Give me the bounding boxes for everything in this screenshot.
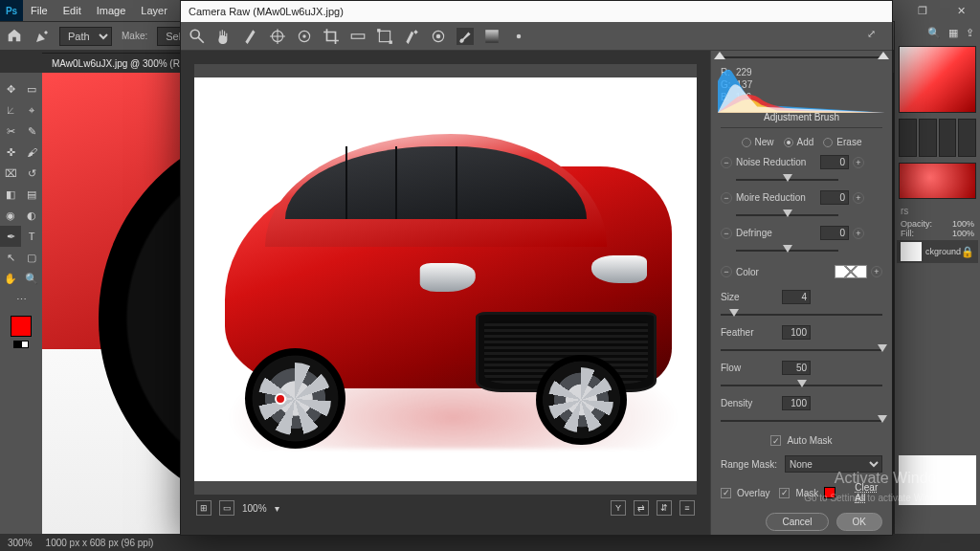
defringe-track[interactable]: [736, 246, 838, 255]
menu-edit[interactable]: Edit: [56, 1, 89, 20]
delete-icon[interactable]: [958, 119, 976, 157]
fullscreen-icon[interactable]: ⤢: [867, 28, 884, 45]
swatches-preview[interactable]: [899, 163, 976, 199]
path-select-icon[interactable]: ↖: [0, 247, 21, 268]
share-icon[interactable]: ⇪: [966, 27, 974, 39]
feather-value[interactable]: 100: [782, 325, 811, 340]
dodge-tool-icon[interactable]: ◐: [21, 205, 42, 226]
compare-y-icon[interactable]: Y: [611, 500, 626, 516]
clone-tool-icon[interactable]: ⌧: [0, 163, 21, 184]
marquee-tool-icon[interactable]: ▭: [21, 78, 42, 99]
status-zoom[interactable]: 300%: [8, 538, 33, 548]
move-tool-icon[interactable]: ✥: [0, 78, 21, 99]
swatches-icon[interactable]: [899, 119, 917, 157]
history-brush-icon[interactable]: ↺: [21, 163, 42, 184]
minus-icon[interactable]: −: [721, 157, 732, 168]
feather-slider[interactable]: Feather 100: [721, 325, 882, 340]
menu-image[interactable]: Image: [89, 1, 134, 20]
path-mode-select[interactable]: Path: [59, 27, 112, 46]
fit-view-icon[interactable]: ⊞: [196, 500, 212, 516]
color-sampler-icon[interactable]: [269, 28, 286, 45]
opacity-value[interactable]: 100%: [952, 219, 974, 229]
edit-toolbar-icon[interactable]: ⋯: [11, 289, 32, 310]
brush-pin-icon[interactable]: [275, 393, 286, 405]
density-value[interactable]: 100: [782, 396, 811, 410]
plus-icon[interactable]: +: [871, 266, 882, 277]
ok-button[interactable]: OK: [836, 513, 882, 531]
mode-erase[interactable]: Erase: [823, 137, 861, 147]
density-track[interactable]: [721, 416, 882, 426]
noise-reduction-track[interactable]: [736, 175, 838, 185]
automask-row[interactable]: ✓ Auto Mask: [721, 431, 882, 450]
overlay-checkbox[interactable]: ✓: [721, 488, 731, 498]
hand-tool-icon[interactable]: ✋: [0, 268, 21, 289]
foreground-color-swatch[interactable]: [11, 316, 32, 337]
menu-layer[interactable]: Layer: [133, 1, 175, 20]
type-tool-icon[interactable]: T: [21, 226, 42, 247]
redeye-icon[interactable]: [430, 28, 447, 45]
minus-icon[interactable]: −: [721, 266, 732, 277]
blur-tool-icon[interactable]: ◉: [0, 205, 21, 226]
minus-icon[interactable]: −: [721, 192, 732, 204]
flow-track[interactable]: [721, 381, 882, 390]
graduated-filter-icon[interactable]: [483, 28, 501, 45]
white-balance-icon[interactable]: [242, 28, 259, 45]
moire-reduction-value[interactable]: 0: [820, 190, 849, 205]
preview-settings-icon[interactable]: ≡: [679, 500, 695, 516]
zoom-tool-icon[interactable]: 🔍: [21, 268, 42, 289]
histogram[interactable]: [717, 56, 886, 58]
pen-tool-icon[interactable]: ✒: [0, 226, 21, 247]
defringe-slider[interactable]: − Defringe 0 +: [721, 226, 882, 240]
mode-add[interactable]: Add: [784, 137, 814, 147]
cancel-button[interactable]: Cancel: [766, 513, 828, 531]
crop-tool-icon[interactable]: ✂: [0, 121, 21, 142]
crop-icon[interactable]: [323, 28, 340, 45]
styles-icon[interactable]: [939, 119, 957, 157]
hand-icon[interactable]: [215, 28, 233, 45]
preview-image[interactable]: [194, 64, 697, 495]
compare-toggle-icon[interactable]: ⇵: [657, 500, 672, 516]
targeted-adjust-icon[interactable]: [296, 28, 313, 45]
zoom-icon[interactable]: [189, 28, 206, 45]
default-colors-icon[interactable]: [13, 341, 21, 348]
adjustment-brush-icon[interactable]: [457, 28, 474, 45]
preview-zoom[interactable]: 100%: [242, 503, 267, 514]
flow-value[interactable]: 50: [782, 361, 811, 375]
window-restore-icon[interactable]: ❐: [903, 0, 942, 21]
moire-reduction-slider[interactable]: − Moire Reduction 0 +: [721, 190, 882, 205]
plus-icon[interactable]: +: [853, 192, 864, 204]
gradient-tool-icon[interactable]: ▤: [21, 184, 42, 205]
adjustments-icon[interactable]: [919, 119, 937, 157]
color-picker[interactable]: [899, 46, 976, 113]
minus-icon[interactable]: −: [721, 228, 732, 239]
menu-file[interactable]: File: [23, 1, 56, 20]
navigator-thumb[interactable]: [899, 455, 976, 505]
size-track[interactable]: [721, 310, 882, 320]
window-close-icon[interactable]: ✕: [942, 0, 980, 21]
chevron-down-icon[interactable]: ▾: [275, 503, 279, 514]
density-slider[interactable]: Density 100: [721, 396, 882, 410]
single-view-icon[interactable]: ▭: [219, 500, 234, 516]
noise-reduction-slider[interactable]: − Noise Reduction 0 +: [721, 155, 882, 169]
quickselect-tool-icon[interactable]: ⌖: [21, 99, 42, 121]
layer-row[interactable]: ckground 🔒: [897, 240, 978, 263]
noise-reduction-value[interactable]: 0: [820, 155, 849, 169]
size-slider[interactable]: Size 4: [721, 290, 882, 304]
range-mask-select[interactable]: None: [785, 455, 882, 473]
flow-slider[interactable]: Flow 50: [721, 361, 882, 375]
home-icon[interactable]: [6, 27, 25, 46]
moire-reduction-track[interactable]: [736, 210, 838, 220]
clear-all-button[interactable]: Clear All: [855, 482, 882, 503]
automask-checkbox[interactable]: ✓: [770, 435, 781, 446]
plus-icon[interactable]: +: [853, 228, 864, 239]
defringe-value[interactable]: 0: [820, 226, 849, 240]
radial-filter-icon[interactable]: [510, 28, 527, 45]
size-value[interactable]: 4: [782, 290, 811, 304]
color-swatch[interactable]: [835, 265, 867, 278]
shape-tool-icon[interactable]: ▢: [21, 247, 42, 268]
eraser-tool-icon[interactable]: ◧: [0, 184, 21, 205]
eyedropper-tool-icon[interactable]: ✎: [21, 121, 42, 142]
search-icon[interactable]: 🔍: [927, 27, 941, 39]
mask-checkbox[interactable]: ✓: [779, 488, 790, 498]
mode-new[interactable]: New: [742, 137, 774, 147]
